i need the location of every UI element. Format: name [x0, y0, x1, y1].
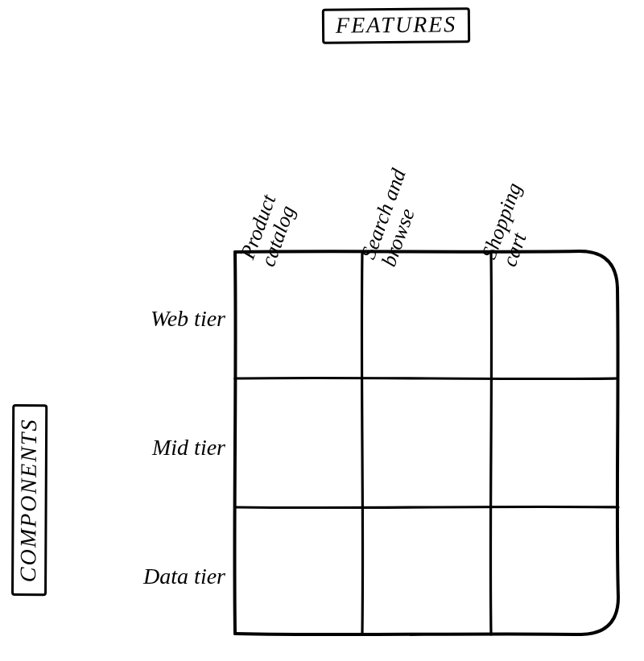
features-title-text: FEATURES [336, 11, 457, 37]
components-title-box: COMPONENTS [11, 404, 47, 596]
grid-svg [233, 250, 620, 636]
matrix-grid [233, 250, 620, 636]
component-label-mid-tier: Mid tier [64, 435, 225, 461]
component-label-web-tier: Web tier [64, 306, 225, 332]
feature-header-product-catalog: Product catalog [237, 58, 349, 270]
components-title-text: COMPONENTS [15, 418, 41, 582]
features-title-box: FEATURES [322, 7, 471, 44]
feature-header-search-and-browse: Search and browse [357, 58, 470, 270]
component-label-data-tier: Data tier [64, 564, 225, 589]
diagram-canvas: FEATURES COMPONENTS Product catalog Sear… [0, 0, 644, 661]
feature-header-shopping-cart: Shopping cart [478, 58, 591, 270]
